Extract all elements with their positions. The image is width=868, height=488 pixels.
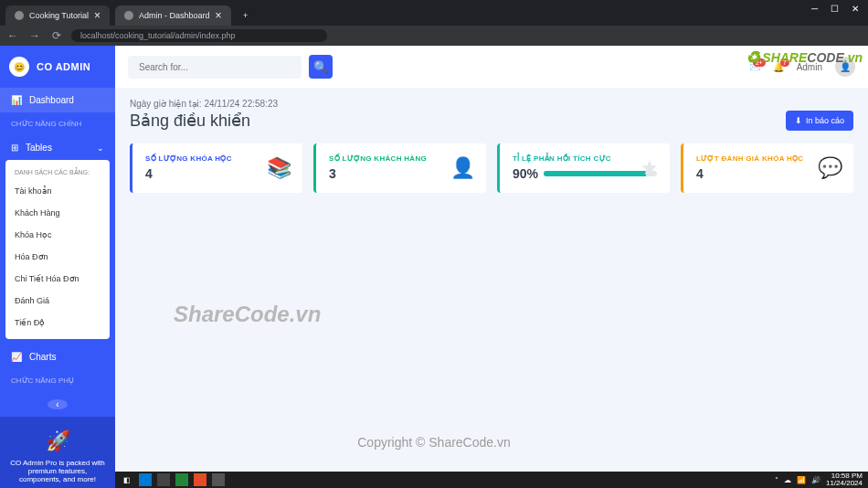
search-input[interactable] bbox=[128, 56, 302, 79]
star-icon: ★ bbox=[640, 156, 659, 180]
sub-item-taikhoan[interactable]: Tài khoản bbox=[5, 180, 110, 202]
nav-label: Dashboard bbox=[29, 95, 74, 105]
stat-cards: SỐ LƯỢNG KHÓA HỌC 4 📚 SỐ LƯỢNG KHÁCH HÀN… bbox=[130, 143, 853, 193]
promo-text: CO Admin Pro is packed with premium feat… bbox=[9, 459, 106, 483]
chevron-left-icon: ‹ bbox=[56, 399, 58, 409]
user-icon: 👤 bbox=[450, 156, 475, 180]
search-button[interactable]: 🔍 bbox=[309, 55, 333, 79]
forward-icon[interactable]: → bbox=[27, 29, 42, 42]
main-area: 🔍 ✉️ 2+ 🔔 7 Admin 👤 Ngày giờ hiện tại: bbox=[115, 46, 868, 472]
close-window-icon[interactable]: ✕ bbox=[852, 4, 859, 14]
nav-tables[interactable]: ⊞ Tables ⌄ bbox=[0, 135, 115, 160]
card-courses: SỐ LƯỢNG KHÓA HỌC 4 📚 bbox=[130, 143, 302, 193]
nav-label: Charts bbox=[29, 352, 56, 362]
progress-row: 90% bbox=[513, 166, 657, 181]
sub-item-khachhang[interactable]: Khách Hàng bbox=[5, 202, 110, 224]
sub-item-cthd[interactable]: Chi Tiết Hóa Đơn bbox=[5, 268, 110, 290]
tray-cloud-icon[interactable]: ☁ bbox=[784, 476, 791, 484]
app-icon-5[interactable] bbox=[212, 473, 225, 486]
tray-sound-icon[interactable]: 🔊 bbox=[811, 476, 820, 484]
content: Ngày giờ hiện tại: 24/11/24 22:58:23 Bản… bbox=[115, 88, 868, 204]
date-value: 24/11/24 22:58:23 bbox=[204, 99, 278, 109]
taskbar-clock[interactable]: 10:58 PM 11/24/2024 bbox=[826, 472, 863, 487]
app-icon-1[interactable] bbox=[139, 473, 152, 486]
url-text: localhost/cooking_tutorial/admin/index.p… bbox=[80, 31, 236, 40]
browser-tab-strip: Cooking Tutorial × Admin - Dashboard × +… bbox=[0, 0, 868, 26]
sub-item-khoahoc[interactable]: Khóa Học bbox=[5, 224, 110, 246]
collapse-sidebar-button[interactable]: ‹ bbox=[48, 399, 68, 409]
windows-taskbar: ⊞ 🔍 Type here to search ◧ ˄ ☁ 📶 🔊 10:58 … bbox=[0, 472, 868, 488]
gauge-icon: 📊 bbox=[11, 95, 22, 105]
corner-share: SHARE bbox=[762, 50, 807, 65]
card-reviews: LƯỢT ĐÁNH GIÁ KHÓA HỌC 4 💬 bbox=[681, 143, 853, 193]
corner-ext: .vn bbox=[844, 50, 863, 65]
card-customers: SỐ LƯỢNG KHÁCH HÀNG 3 👤 bbox=[313, 143, 486, 193]
app-icon-4[interactable] bbox=[194, 473, 206, 486]
taskview-icon[interactable]: ◧ bbox=[121, 473, 133, 486]
logo-icon: 😊 bbox=[9, 57, 29, 77]
favicon bbox=[15, 11, 24, 20]
recycle-icon: ♻ bbox=[746, 48, 760, 68]
close-icon[interactable]: × bbox=[216, 9, 222, 22]
page-title: Bảng điều khiển bbox=[130, 111, 250, 131]
date-row: Ngày giờ hiện tại: 24/11/24 22:58:23 bbox=[130, 99, 853, 109]
nav-dashboard[interactable]: 📊 Dashboard bbox=[0, 88, 115, 112]
nav-charts[interactable]: 📈 Charts bbox=[0, 345, 115, 369]
app-root: 😊 CO ADMIN 📊 Dashboard CHỨC NĂNG CHÍNH ⊞… bbox=[0, 46, 868, 472]
reload-icon[interactable]: ⟳ bbox=[49, 29, 64, 42]
back-icon[interactable]: ← bbox=[5, 29, 20, 42]
download-icon: ⬇ bbox=[795, 116, 802, 125]
date-prefix: Ngày giờ hiện tại: bbox=[130, 99, 204, 109]
sidebar: 😊 CO ADMIN 📊 Dashboard CHỨC NĂNG CHÍNH ⊞… bbox=[0, 46, 115, 472]
chevron-down-icon: ⌄ bbox=[97, 143, 104, 153]
app-icon-2[interactable] bbox=[157, 473, 170, 486]
nav-section-extra: CHỨC NĂNG PHỤ bbox=[0, 369, 115, 392]
sub-item-hoadon[interactable]: Hóa Đơn bbox=[5, 246, 110, 268]
favicon bbox=[124, 11, 133, 20]
browser-tab-0[interactable]: Cooking Tutorial × bbox=[5, 5, 110, 26]
print-label: In báo cáo bbox=[806, 116, 844, 125]
rocket-icon: 🚀 bbox=[9, 430, 106, 453]
card-value: 90% bbox=[513, 166, 538, 181]
nav-label: Tables bbox=[26, 143, 52, 153]
submenu-header: DANH SÁCH CÁC BẢNG: bbox=[5, 165, 110, 180]
search-icon: 🔍 bbox=[313, 60, 329, 74]
brand-row[interactable]: 😊 CO ADMIN bbox=[0, 46, 115, 88]
tab-label: Admin - Dashboard bbox=[139, 11, 210, 20]
card-label: TỈ LỆ PHẢN HỒI TÍCH CỰC bbox=[513, 154, 657, 163]
sub-item-tiendo[interactable]: Tiến Độ bbox=[5, 312, 110, 334]
maximize-icon[interactable]: ☐ bbox=[831, 4, 839, 14]
tray-wifi-icon[interactable]: 📶 bbox=[797, 476, 806, 484]
window-controls: ─ ☐ ✕ bbox=[802, 0, 868, 14]
print-report-button[interactable]: ⬇ In báo cáo bbox=[786, 111, 853, 131]
table-icon: ⊞ bbox=[11, 143, 18, 153]
chat-icon: 💬 bbox=[818, 156, 842, 180]
app-icon-3[interactable] bbox=[175, 473, 188, 486]
brand-text: CO ADMIN bbox=[37, 61, 90, 72]
tables-submenu: DANH SÁCH CÁC BẢNG: Tài khoản Khách Hàng… bbox=[5, 160, 110, 339]
url-input[interactable]: localhost/cooking_tutorial/admin/index.p… bbox=[71, 29, 327, 42]
tab-label: Cooking Tutorial bbox=[29, 11, 89, 20]
nav-section-main: CHỨC NĂNG CHÍNH bbox=[0, 112, 115, 135]
title-row: Bảng điều khiển ⬇ In báo cáo bbox=[130, 111, 853, 131]
taskbar-date: 11/24/2024 bbox=[826, 480, 863, 487]
card-feedback: TỈ LỆ PHẢN HỒI TÍCH CỰC 90% ★ bbox=[497, 143, 670, 193]
new-tab-button[interactable]: + bbox=[237, 5, 255, 26]
tray-chevron-icon[interactable]: ˄ bbox=[775, 476, 778, 484]
corner-watermark: ♻ SHARECODE.vn bbox=[746, 48, 863, 68]
taskbar-tray: ˄ ☁ 📶 🔊 10:58 PM 11/24/2024 bbox=[775, 472, 863, 487]
progress-fill bbox=[544, 171, 646, 176]
browser-address-bar: ← → ⟳ localhost/cooking_tutorial/admin/i… bbox=[0, 26, 868, 46]
chart-icon: 📈 bbox=[11, 352, 22, 362]
sub-item-danhgia[interactable]: Đánh Giá bbox=[5, 290, 110, 312]
minimize-icon[interactable]: ─ bbox=[811, 4, 818, 14]
promo-box: 🚀 CO Admin Pro is packed with premium fe… bbox=[0, 417, 115, 488]
close-icon[interactable]: × bbox=[94, 9, 101, 22]
corner-code: CODE bbox=[807, 50, 843, 65]
browser-tab-1[interactable]: Admin - Dashboard × bbox=[115, 5, 231, 26]
layers-icon: 📚 bbox=[267, 156, 291, 180]
